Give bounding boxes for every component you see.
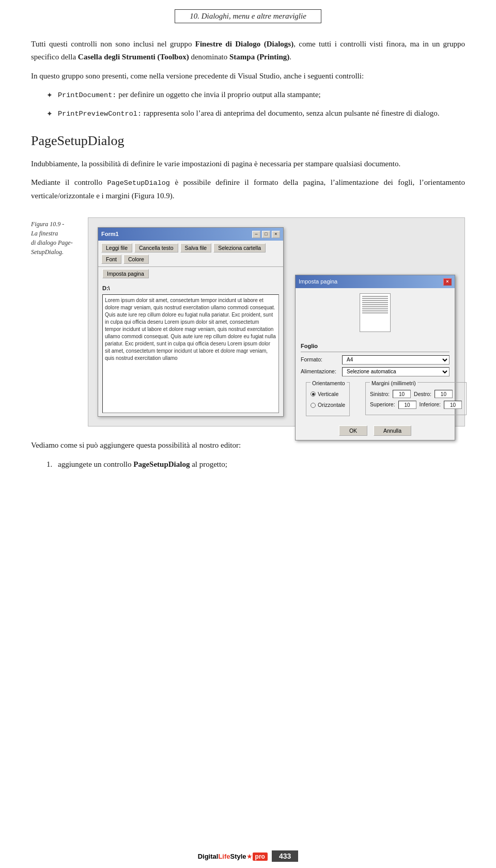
bullet2-text: rappresenta solo l’area di anteprima del… [142, 109, 439, 117]
win-close-btn[interactable]: × [272, 231, 280, 238]
brand-digital: Digital [198, 853, 219, 860]
margini-title: Margini (millimetri) [370, 379, 417, 388]
radio-verticale-icon[interactable] [311, 391, 316, 397]
radio-dot [312, 393, 315, 396]
preview-line-5 [362, 304, 388, 305]
radio-verticale-row: Verticale [311, 390, 345, 399]
section-heading: PageSetupDialog [31, 130, 465, 152]
win-controls: – □ × [252, 231, 280, 238]
chapter-header: 10. Dialoghi, menu e altre meraviglie [31, 9, 465, 23]
seleziona-cartella-btn[interactable]: Seleziona cartella [213, 243, 266, 252]
preview-line-9 [362, 312, 388, 313]
intro-paragraph: Tutti questi controlli non sono inclusi … [31, 38, 465, 64]
form1-title: Form1 [101, 229, 119, 239]
footer-brand: DigitalLifeStyle★pro [198, 853, 268, 860]
form1-toolbar: Leggi file Cancella testo Salva file Sel… [98, 241, 283, 267]
diamond-item-1: ✦ PrintDocument: per definire un oggetto… [47, 88, 465, 101]
lorem-text: Lorem ipsum dolor sit amet, consectetum … [102, 294, 279, 413]
superiore-row: Superiore: 10 Inferiore: 10 [370, 400, 462, 409]
intro-bold-1: Finestre di Dialogo (Dialogs) [195, 40, 293, 48]
preview-line-4 [362, 302, 388, 303]
form1-content: D:\ Lorem ipsum dolor sit amet, consecte… [98, 280, 283, 416]
intro-text-1: Tutti questi controlli non sono inclusi … [31, 40, 195, 48]
foglio-section: Foglio Formato: A4 Alimentazione: Selezi… [301, 341, 450, 376]
formato-label: Formato: [301, 355, 342, 364]
section2-intro: In questo gruppo sono presenti, come nel… [31, 70, 465, 83]
dialog-title: Imposta pagina [299, 277, 337, 286]
diamond-icon-1: ✦ [47, 89, 53, 101]
brand-life: Life [218, 853, 230, 860]
bullet2-code: PrintPreviewControl: [58, 110, 142, 118]
main-content: Tutti questi controlli non sono inclusi … [31, 38, 465, 842]
sinistro-label: Sinistro: [370, 390, 390, 399]
superiore-input[interactable]: 10 [398, 401, 416, 409]
orientamento-title: Orientamento [311, 379, 347, 388]
destro-input[interactable]: 10 [435, 390, 453, 398]
win-maximize-btn[interactable]: □ [262, 231, 270, 238]
diamond-list: ✦ PrintDocument: per definire un oggetto… [47, 88, 465, 120]
orient-margins-container: Orientamento Verticale Orizzontale [301, 379, 450, 420]
formato-select[interactable]: A4 [342, 355, 450, 365]
dialog-buttons: OK Annulla [296, 421, 455, 440]
sinistro-input[interactable]: 10 [393, 390, 411, 398]
leggi-file-btn[interactable]: Leggi file [101, 243, 132, 252]
salva-file-btn[interactable]: Salva file [180, 243, 212, 252]
numbered-item-1: 1. aggiungete un controllo PageSetupDial… [47, 458, 465, 471]
cancella-testo-btn[interactable]: Cancella testo [134, 243, 178, 252]
radio-orizzontale-label: Orizzontale [318, 401, 345, 409]
dialog-titlebar: Imposta pagina × [296, 275, 455, 288]
caption-line1: Figura 10.9 - [31, 220, 64, 228]
section-intro2: Mediante il controllo PageSetupDialog è … [31, 176, 465, 202]
foglio-title: Foglio [301, 341, 450, 352]
preview-line-7 [362, 308, 388, 309]
item-text-1-end: al progetto; [190, 460, 227, 468]
colore-btn[interactable]: Colore [123, 255, 149, 264]
alimentazione-label: Alimentazione: [301, 367, 342, 376]
win-minimize-btn[interactable]: – [252, 231, 260, 238]
superiore-label: Superiore: [370, 400, 395, 409]
diamond-icon-2: ✦ [47, 108, 53, 120]
ok-button[interactable]: OK [339, 425, 367, 436]
section-intro2-start: Mediante il controllo [31, 178, 107, 186]
dialog-close-btn[interactable]: × [443, 278, 452, 286]
diamond-text-1: PrintDocument: per definire un oggetto c… [58, 88, 465, 101]
orientamento-col: Orientamento Verticale Orizzontale [301, 379, 355, 420]
brand-pro: pro [253, 853, 268, 861]
page-preview [360, 293, 391, 332]
orientamento-group: Orientamento Verticale Orizzontale [306, 382, 350, 417]
alimentazione-select[interactable]: Selezione automatica [342, 367, 450, 376]
destro-label: Destro: [414, 390, 431, 399]
caption-line4: SetupDialog. [31, 248, 64, 256]
radio-orizzontale-row: Orizzontale [311, 401, 345, 409]
bullet1-code: PrintDocument: [58, 91, 116, 99]
caption-line2: La finestra [31, 230, 58, 237]
page-number: 433 [272, 850, 298, 862]
margini-col: Margini (millimetri) Sinistro: 10 Destro… [360, 379, 472, 420]
inferiore-input[interactable]: 10 [444, 401, 462, 409]
item-text-1: aggiungete un controllo PageSetupDialog … [58, 458, 465, 471]
preview-line-6 [362, 306, 388, 307]
chapter-title: 10. Dialoghi, menu e altre meraviglie [190, 12, 306, 20]
page-footer: DigitalLifeStyle★pro 433 [31, 842, 465, 868]
imposta-pagina-dialog: Imposta pagina × [295, 275, 455, 440]
section-intro1: Indubbiamente, la possibilità di definir… [31, 157, 465, 170]
figure-caption: Figura 10.9 - La finestra di dialogo Pag… [31, 217, 88, 257]
brand-style: Style [230, 853, 246, 860]
diamond-text-2: PrintPreviewControl: rappresenta solo l’… [58, 107, 465, 120]
preview-line-3 [362, 300, 388, 301]
radio-orizzontale-icon[interactable] [311, 403, 316, 408]
font-btn[interactable]: Font [101, 255, 121, 264]
preview-line-8 [362, 310, 388, 311]
intro-text-3: denominato [189, 53, 229, 61]
page-wrapper: 10. Dialoghi, menu e altre meraviglie Tu… [0, 0, 496, 868]
diamond-item-2: ✦ PrintPreviewControl: rappresenta solo … [47, 107, 465, 120]
item-num-1: 1. [47, 458, 58, 471]
caption-line3: di dialogo Page- [31, 239, 73, 246]
figure-container: Figura 10.9 - La finestra di dialogo Pag… [31, 217, 465, 426]
form1-titlebar: Form1 – □ × [98, 228, 283, 240]
margins-grid: Sinistro: 10 Destro: 10 Superiore: 10 In… [370, 390, 462, 409]
preview-line-2 [362, 298, 388, 299]
annulla-button[interactable]: Annulla [374, 425, 411, 436]
imposta-pagina-btn[interactable]: Imposta pagina [102, 269, 149, 278]
section-intro2-code: PageSetupDialog [107, 179, 170, 187]
